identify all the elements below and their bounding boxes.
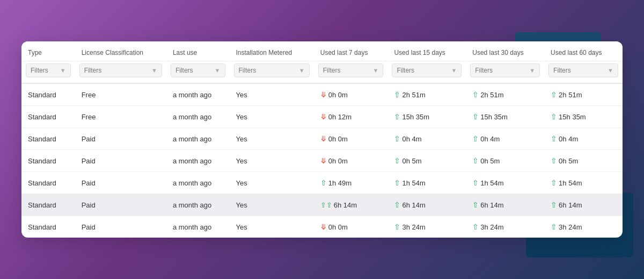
- arrow-up-icon: ⇧: [394, 90, 400, 99]
- cell-d60: ⇧2h 51m: [544, 83, 623, 106]
- col-d60: Used last 60 days: [544, 41, 623, 61]
- cell-type: Standard: [21, 150, 75, 172]
- cell-last-use: a month ago: [166, 172, 230, 194]
- d7-value: 0h 0m: [328, 91, 348, 99]
- filter-d15-icon: ▼: [451, 67, 457, 74]
- d7-value: 0h 0m: [328, 157, 348, 165]
- d30-value: 1h 54m: [480, 179, 503, 187]
- cell-last-use: a month ago: [166, 194, 230, 216]
- d30-value: 2h 51m: [480, 91, 503, 99]
- cell-d30: ⇧1h 54m: [466, 172, 544, 194]
- d30-value: 0h 4m: [480, 135, 500, 143]
- d15-value: 15h 35m: [402, 113, 429, 121]
- d30-value: 0h 5m: [480, 157, 500, 165]
- filter-type-button[interactable]: Filters ▼: [26, 63, 71, 77]
- filter-lastuse-button[interactable]: Filters ▼: [171, 63, 225, 77]
- table-body: Standard Free a month ago Yes ⤋0h 0m ⇧2h…: [21, 83, 623, 238]
- arrow-up-icon: ⇧: [472, 112, 479, 121]
- filter-license-button[interactable]: Filters ▼: [79, 63, 162, 77]
- arrow-down-icon: ⤋: [320, 134, 327, 143]
- arrow-up-icon: ⇧: [394, 223, 400, 231]
- d15-value: 0h 4m: [402, 135, 421, 143]
- d15-value: 0h 5m: [402, 157, 421, 165]
- cell-license: Free: [75, 106, 166, 128]
- table-row: Standard Paid a month ago Yes ⤋0h 0m ⇧3h…: [21, 216, 623, 238]
- filter-d15-button[interactable]: Filters ▼: [392, 63, 462, 77]
- col-license: License Classification: [75, 41, 166, 61]
- filter-d7[interactable]: Filters ▼: [314, 61, 388, 84]
- cell-d60: ⇧0h 4m: [544, 128, 623, 150]
- cell-metered: Yes: [230, 216, 314, 238]
- d60-value: 6h 14m: [559, 201, 582, 209]
- d7-value: 0h 0m: [328, 223, 348, 231]
- cell-metered: Yes: [230, 128, 314, 150]
- d15-value: 3h 24m: [402, 223, 425, 231]
- table-row: Standard Free a month ago Yes ⤋0h 12m ⇧1…: [21, 106, 623, 128]
- filter-d30-button[interactable]: Filters ▼: [470, 63, 540, 77]
- cell-last-use: a month ago: [166, 106, 230, 128]
- arrow-down-icon: ⤋: [320, 156, 327, 165]
- cell-d30: ⇧6h 14m: [466, 194, 544, 216]
- cell-d15: ⇧2h 51m: [387, 83, 466, 106]
- filter-license-icon: ▼: [151, 67, 157, 74]
- col-metered: Installation Metered: [230, 41, 314, 61]
- cell-d15: ⇧15h 35m: [387, 106, 466, 128]
- cell-d7: ⤋0h 0m: [314, 150, 388, 172]
- filter-d60-label: Filters: [553, 67, 571, 74]
- arrow-up-icon: ⇧: [394, 156, 400, 165]
- arrow-up-icon: ⇧: [472, 156, 479, 165]
- arrow-double-up-icon: ⇧⇧: [320, 201, 332, 209]
- cell-d7: ⇧1h 49m: [314, 172, 388, 194]
- d60-value: 3h 24m: [559, 223, 582, 231]
- col-last-use: Last use: [166, 41, 230, 61]
- filter-d60[interactable]: Filters ▼: [544, 61, 623, 84]
- filter-lastuse[interactable]: Filters ▼: [166, 61, 230, 84]
- arrow-up-icon: ⇧: [551, 90, 557, 99]
- cell-d15: ⇧0h 4m: [387, 128, 466, 150]
- col-d30: Used last 30 days: [466, 41, 544, 61]
- cell-type: Standard: [21, 172, 75, 194]
- filter-d15[interactable]: Filters ▼: [387, 61, 466, 84]
- filter-license-label: Filters: [84, 67, 102, 74]
- cell-license: Paid: [75, 128, 166, 150]
- filter-metered[interactable]: Filters ▼: [230, 61, 314, 84]
- filter-d30[interactable]: Filters ▼: [466, 61, 544, 84]
- arrow-up-icon: ⇧: [472, 90, 479, 99]
- arrow-up-icon: ⇧: [551, 223, 557, 231]
- cell-d7: ⤋0h 12m: [314, 106, 388, 128]
- filter-d60-button[interactable]: Filters ▼: [548, 63, 618, 77]
- cell-d60: ⇧3h 24m: [544, 216, 623, 238]
- cell-metered: Yes: [230, 150, 314, 172]
- arrow-up-icon: ⇧: [472, 134, 479, 143]
- filter-d30-label: Filters: [475, 67, 493, 74]
- filter-metered-button[interactable]: Filters ▼: [234, 63, 310, 77]
- arrow-up-icon: ⇧: [394, 201, 400, 209]
- cell-d30: ⇧2h 51m: [466, 83, 544, 106]
- arrow-up-icon: ⇧: [551, 112, 557, 121]
- cell-metered: Yes: [230, 106, 314, 128]
- d60-value: 2h 51m: [559, 91, 582, 99]
- filter-type-label: Filters: [31, 67, 48, 74]
- filter-metered-icon: ▼: [299, 67, 305, 74]
- cell-license: Paid: [75, 194, 166, 216]
- cell-last-use: a month ago: [166, 83, 230, 106]
- filter-d30-icon: ▼: [529, 67, 535, 74]
- filter-license[interactable]: Filters ▼: [75, 61, 166, 84]
- filter-type-icon: ▼: [60, 67, 66, 74]
- cell-type: Standard: [21, 128, 75, 150]
- cell-d60: ⇧1h 54m: [544, 172, 623, 194]
- cell-metered: Yes: [230, 194, 314, 216]
- filter-d7-label: Filters: [323, 67, 341, 74]
- d15-value: 6h 14m: [402, 201, 425, 209]
- main-card: Type License Classification Last use Ins…: [21, 41, 623, 238]
- col-d7: Used last 7 days: [314, 41, 388, 61]
- filter-type[interactable]: Filters ▼: [21, 61, 75, 84]
- cell-d7: ⤋0h 0m: [314, 83, 388, 106]
- arrow-up-icon: ⇧: [472, 201, 479, 209]
- cell-d15: ⇧6h 14m: [387, 194, 466, 216]
- filter-d7-button[interactable]: Filters ▼: [318, 63, 384, 77]
- table-row: Standard Paid a month ago Yes ⤋0h 0m ⇧0h…: [21, 150, 623, 172]
- d60-value: 0h 5m: [559, 157, 578, 165]
- arrow-up-icon: ⇧: [551, 201, 557, 209]
- cell-d30: ⇧0h 5m: [466, 150, 544, 172]
